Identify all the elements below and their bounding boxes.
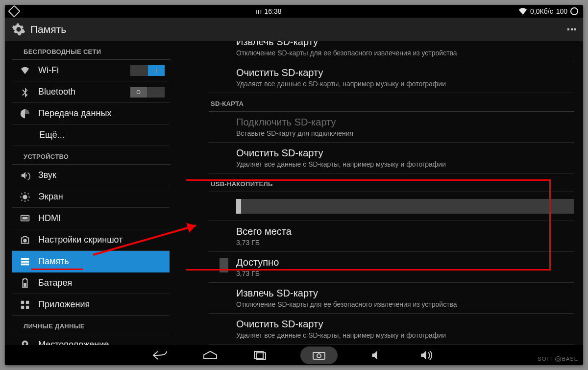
- settings-gear-icon: [12, 23, 25, 36]
- svg-rect-16: [21, 300, 24, 303]
- row-erase-sd-top[interactable]: Очистить SD-карту Удаляет все данные с S…: [209, 62, 574, 93]
- status-bar: пт 16:38 0,0Кб/с 100: [5, 5, 583, 18]
- app-header: Память: [5, 18, 583, 41]
- sidebar-item-apps[interactable]: Приложения: [12, 294, 170, 316]
- sidebar-item-more[interactable]: Ещё...: [12, 124, 170, 146]
- sidebar-item-label: Память: [38, 256, 69, 267]
- svg-point-0: [23, 195, 27, 199]
- svg-point-25: [317, 354, 321, 358]
- sidebar-item-screenshot[interactable]: Настройки скриншот: [12, 229, 170, 251]
- svg-rect-14: [21, 263, 29, 265]
- sidebar-item-storage[interactable]: Память: [12, 251, 170, 272]
- svg-rect-18: [21, 305, 24, 308]
- nav-home-button[interactable]: [200, 348, 220, 363]
- camera-icon: [20, 235, 30, 246]
- svg-rect-12: [21, 258, 29, 260]
- apps-icon: [20, 299, 30, 310]
- settings-sidebar: БЕСПРОВОДНЫЕ СЕТИ Wi-Fi I Bluetooth O Пе…: [5, 41, 186, 345]
- section-wireless: БЕСПРОВОДНЫЕ СЕТИ: [12, 41, 171, 60]
- sidebar-item-label: Экран: [38, 192, 63, 202]
- battery-ring-icon: [570, 7, 578, 15]
- row-mount-sd: Подключить SD-карту Вставьте SD-карту дл…: [209, 112, 574, 143]
- sidebar-item-label: Wi-Fi: [38, 65, 59, 75]
- nav-volume-up-button[interactable]: [418, 348, 438, 363]
- hdmi-icon: [20, 213, 30, 224]
- svg-line-6: [28, 199, 29, 200]
- row-erase-sd[interactable]: Очистить SD-карту Удаляет все данные с S…: [209, 143, 574, 173]
- status-net: 0,0Кб/с: [530, 7, 553, 15]
- sidebar-item-hdmi[interactable]: HDMI: [12, 208, 170, 229]
- row-usage-bar: [209, 192, 574, 221]
- annotation-underline: [31, 269, 83, 270]
- sidebar-item-battery[interactable]: Батарея: [12, 272, 170, 294]
- sidebar-item-label: HDMI: [38, 213, 61, 223]
- available-color-swatch: [220, 258, 228, 272]
- sidebar-item-label: Bluetooth: [38, 87, 75, 97]
- wifi-toggle[interactable]: I: [130, 65, 165, 76]
- sidebar-item-label: Приложения: [38, 299, 90, 310]
- navigation-bar: [5, 345, 583, 365]
- data-usage-icon: [20, 108, 30, 119]
- nav-back-button[interactable]: [150, 348, 170, 363]
- sidebar-item-location[interactable]: Местоположение: [12, 334, 170, 345]
- sidebar-item-label: Звук: [38, 170, 56, 180]
- status-battery: 100: [556, 7, 567, 15]
- svg-rect-15: [24, 283, 26, 287]
- brightness-icon: [20, 192, 30, 202]
- svg-line-7: [22, 199, 23, 200]
- svg-rect-17: [26, 300, 29, 303]
- nav-screenshot-button[interactable]: [300, 346, 338, 364]
- svg-rect-10: [23, 217, 28, 220]
- section-sd-card: SD-КАРТА: [209, 93, 574, 112]
- row-available-space[interactable]: Доступно 3,73 ГБ: [209, 252, 574, 283]
- row-eject-sd-top[interactable]: Извлечь SD-карту Отключение SD-карты для…: [209, 41, 574, 62]
- bluetooth-toggle[interactable]: O: [130, 87, 165, 98]
- sidebar-item-sound[interactable]: Звук: [12, 165, 170, 186]
- section-usb-storage: USB-НАКОПИТЕЛЬ: [209, 173, 574, 192]
- sidebar-item-label: Настройки скриншот: [38, 235, 122, 245]
- svg-line-5: [22, 193, 23, 194]
- svg-rect-19: [26, 305, 29, 308]
- storage-icon: [20, 256, 30, 267]
- section-device: УСТРОЙСТВО: [12, 146, 171, 165]
- row-erase-usb[interactable]: Очистить SD-карту Удаляет все данные с S…: [209, 314, 574, 345]
- sidebar-item-data-usage[interactable]: Передача данных: [12, 103, 170, 124]
- sidebar-item-bluetooth[interactable]: Bluetooth O: [12, 81, 170, 103]
- svg-line-8: [28, 193, 29, 194]
- storage-content: Извлечь SD-карту Отключение SD-карты для…: [186, 41, 583, 345]
- svg-rect-13: [21, 261, 29, 263]
- battery-icon: [20, 278, 30, 289]
- storage-usage-bar: [236, 199, 574, 214]
- svg-point-11: [23, 239, 26, 242]
- row-eject-usb[interactable]: Извлечь SD-карту Отключение SD-карты для…: [209, 283, 574, 314]
- watermark: SOFTBASE: [538, 356, 578, 362]
- sidebar-item-label: Ещё...: [39, 130, 65, 140]
- sidebar-item-label: Местоположение: [38, 340, 109, 345]
- wifi-icon: [518, 8, 527, 15]
- section-personal: ЛИЧНЫЕ ДАННЫЕ: [12, 316, 171, 334]
- location-icon: [20, 340, 30, 345]
- nav-recent-button[interactable]: [250, 348, 270, 363]
- sidebar-item-label: Батарея: [38, 278, 72, 288]
- row-total-space[interactable]: Всего места 3,73 ГБ: [209, 221, 574, 252]
- overflow-menu-button[interactable]: [567, 28, 576, 30]
- sidebar-item-wifi[interactable]: Wi-Fi I: [12, 60, 170, 81]
- bluetooth-icon: [20, 87, 30, 98]
- sound-icon: [20, 170, 30, 181]
- sidebar-item-label: Передача данных: [38, 108, 111, 119]
- page-title: Память: [30, 24, 66, 35]
- wifi-icon: [20, 65, 30, 76]
- sidebar-item-display[interactable]: Экран: [12, 186, 170, 208]
- nav-volume-down-button[interactable]: [368, 348, 388, 363]
- status-time: пт 16:38: [19, 7, 518, 15]
